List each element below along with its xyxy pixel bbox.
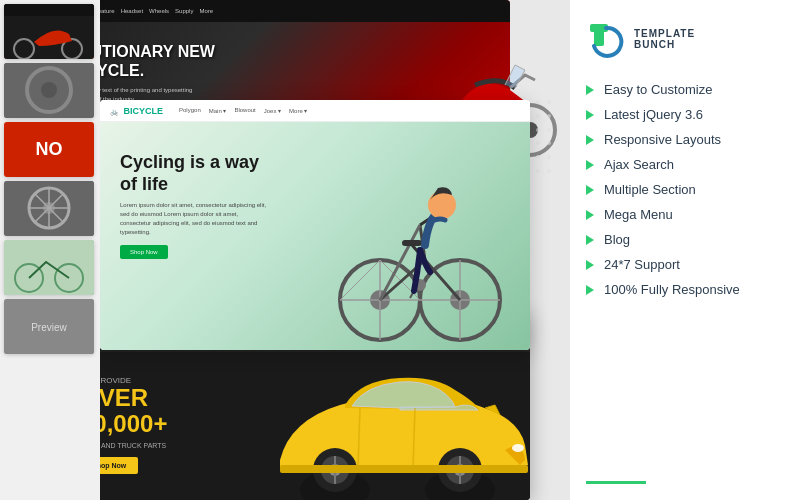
svg-point-26: [428, 191, 456, 219]
dot: [536, 114, 540, 118]
thumb-motorcycle[interactable]: [4, 4, 94, 59]
dot: [547, 128, 551, 132]
thumb-bike[interactable]: [4, 240, 94, 295]
svg-point-47: [41, 82, 57, 98]
left-panel: STOCK Home Feature Headset Wheels Supply…: [0, 0, 570, 500]
collage: STOCK Home Feature Headset Wheels Supply…: [0, 0, 570, 500]
bicycle-logo: 🚲 BICYCLE: [110, 106, 163, 116]
thumb-noproduct[interactable]: NO: [4, 122, 94, 177]
feature-label: Mega Menu: [604, 207, 673, 222]
feature-arrow-icon: [586, 160, 594, 170]
bicycle-hero: Cycling is a way of life Lorem ipsum dol…: [100, 122, 530, 350]
dot: [536, 169, 540, 173]
auto-hero: WE PROVIDE OVER 90,000+ AUTO AND TRUCK P…: [60, 352, 530, 500]
svg-rect-40: [280, 465, 528, 473]
svg-text:Preview: Preview: [31, 322, 67, 333]
feature-item-7: 24*7 Support: [586, 257, 784, 272]
svg-rect-42: [4, 4, 94, 16]
feature-item-6: Blog: [586, 232, 784, 247]
feature-item-1: Latest jQuery 3.6: [586, 107, 784, 122]
feature-label: 24*7 Support: [604, 257, 680, 272]
feature-arrow-icon: [586, 135, 594, 145]
feature-item-0: Easy to Customize: [586, 82, 784, 97]
bicycle-nav-links: Polygon Main ▾ Blowout Joex ▾ More ▾: [179, 107, 307, 114]
dot: [547, 169, 551, 173]
bicycle-hero-title: Cycling is a way of life: [120, 152, 280, 195]
thumb-disc[interactable]: [4, 63, 94, 118]
brand-logo: [586, 20, 624, 58]
feature-label: Latest jQuery 3.6: [604, 107, 703, 122]
bicycle-nav: 🚲 BICYCLE Polygon Main ▾ Blowout Joex ▾ …: [100, 100, 530, 122]
right-panel: TEMPLATE BUNCH Easy to CustomizeLatest j…: [570, 0, 800, 500]
thumb-extra[interactable]: Preview: [4, 299, 94, 354]
bicycle-shop-button[interactable]: Shop Now: [120, 245, 168, 259]
cyclist-image: [330, 140, 510, 350]
dot: [536, 100, 540, 104]
feature-label: Responsive Layouts: [604, 132, 721, 147]
feature-arrow-icon: [586, 285, 594, 295]
features-list: Easy to CustomizeLatest jQuery 3.6Respon…: [586, 82, 784, 297]
dot: [536, 155, 540, 159]
car-image: [260, 352, 530, 500]
green-underline: [586, 481, 646, 484]
dot: [536, 141, 540, 145]
feature-label: Ajax Search: [604, 157, 674, 172]
thumb-wheel[interactable]: [4, 181, 94, 236]
feature-label: Easy to Customize: [604, 82, 712, 97]
auto-hero-number: OVER 90,000+: [80, 385, 240, 438]
brand-header: TEMPLATE BUNCH: [586, 20, 784, 58]
bicycle-hero-text: Cycling is a way of life Lorem ipsum dol…: [100, 122, 300, 350]
feature-arrow-icon: [586, 260, 594, 270]
feature-arrow-icon: [586, 235, 594, 245]
dot: [547, 100, 551, 104]
feature-arrow-icon: [586, 85, 594, 95]
thumbnail-strip: NO: [0, 0, 100, 500]
feature-label: 100% Fully Responsive: [604, 282, 740, 297]
feature-label: Multiple Section: [604, 182, 696, 197]
svg-rect-22: [402, 240, 422, 246]
dot: [547, 114, 551, 118]
svg-point-29: [512, 444, 524, 452]
bicycle-hero-desc: Lorem ipsum dolor sit amet, consectetur …: [120, 201, 270, 237]
dot: [536, 128, 540, 132]
feature-item-4: Multiple Section: [586, 182, 784, 197]
feature-arrow-icon: [586, 210, 594, 220]
feature-item-2: Responsive Layouts: [586, 132, 784, 147]
feature-label: Blog: [604, 232, 630, 247]
template-bicycle: 🚲 BICYCLE Polygon Main ▾ Blowout Joex ▾ …: [100, 100, 530, 350]
feature-item-5: Mega Menu: [586, 207, 784, 222]
feature-arrow-icon: [586, 110, 594, 120]
feature-item-3: Ajax Search: [586, 157, 784, 172]
brand-name: TEMPLATE BUNCH: [634, 28, 695, 50]
feature-item-8: 100% Fully Responsive: [586, 282, 784, 297]
auto-hero-desc: AUTO AND TRUCK PARTS: [80, 442, 240, 449]
feature-arrow-icon: [586, 185, 594, 195]
